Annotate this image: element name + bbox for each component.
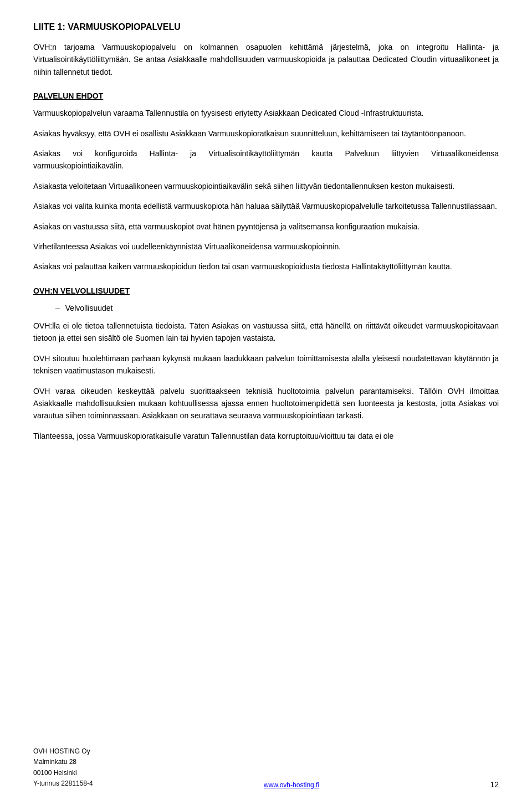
footer-address-line1: Malminkatu 28: [33, 757, 93, 767]
section-heading-palvelun-ehdot: PALVELUN EHDOT: [33, 91, 499, 100]
palvelun-ehdot-p1: Varmuuskopiopalvelun varaama Tallennusti…: [33, 107, 499, 119]
palvelun-ehdot-p2: Asiakas hyväksyy, että OVH ei osallistu …: [33, 127, 499, 140]
intro-paragraph-1: OVH:n tarjoama Varmuuskopiopalvelu on ko…: [33, 41, 499, 78]
section-palvelun-ehdot: PALVELUN EHDOT Varmuuskopiopalvelun vara…: [33, 91, 499, 273]
footer: OVH HOSTING Oy Malminkatu 28 00100 Helsi…: [0, 746, 532, 789]
footer-ytunnus: Y-tunnus 2281158-4: [33, 778, 93, 789]
footer-website[interactable]: www.ovh-hosting.fi: [264, 781, 319, 789]
ovh-velvollisuudet-p2: OVH sitoutuu huolehtimaan parhaan kykyns…: [33, 352, 499, 377]
footer-page-number: 12: [490, 780, 499, 789]
footer-website-link[interactable]: www.ovh-hosting.fi: [264, 781, 319, 789]
ovh-velvollisuudet-p4: Tilanteessa, jossa Varmuuskopioratkaisul…: [33, 430, 499, 442]
ovh-velvollisuudet-p1: OVH:lla ei ole tietoa tallennetuista tie…: [33, 320, 499, 345]
ovh-velvollisuudet-p3: OVH varaa oikeuden keskeyttää palvelu su…: [33, 385, 499, 422]
palvelun-ehdot-p3: Asiakas voi konfiguroida Hallinta- ja Vi…: [33, 147, 499, 172]
bullet-dash-icon: –: [55, 302, 60, 314]
palvelun-ehdot-p5: Asiakas voi valita kuinka monta edellist…: [33, 200, 499, 212]
bullet-velvollisuudet-label: Velvollisuudet: [65, 302, 113, 314]
page-title: LIITE 1: VARMUUSKOPIOPALVELU: [33, 22, 499, 32]
bullet-velvollisuudet: – Velvollisuudet: [55, 302, 499, 314]
footer-company-name: OVH HOSTING Oy: [33, 746, 93, 757]
palvelun-ehdot-p8: Asiakas voi palauttaa kaiken varmuuskopi…: [33, 260, 499, 273]
palvelun-ehdot-p4: Asiakasta veloitetaan Virtuaalikoneen va…: [33, 180, 499, 192]
section-ovh-velvollisuudet: OVH:N VELVOLLISUUDET – Velvollisuudet OV…: [33, 286, 499, 443]
palvelun-ehdot-p7: Virhetilanteessa Asiakas voi uudelleenkä…: [33, 240, 499, 253]
footer-address-line2: 00100 Helsinki: [33, 768, 93, 778]
footer-address: OVH HOSTING Oy Malminkatu 28 00100 Helsi…: [33, 746, 93, 789]
palvelun-ehdot-p6: Asiakas on vastuussa siitä, että varmuus…: [33, 220, 499, 233]
section-heading-ovh-velvollisuudet: OVH:N VELVOLLISUUDET: [33, 286, 499, 295]
